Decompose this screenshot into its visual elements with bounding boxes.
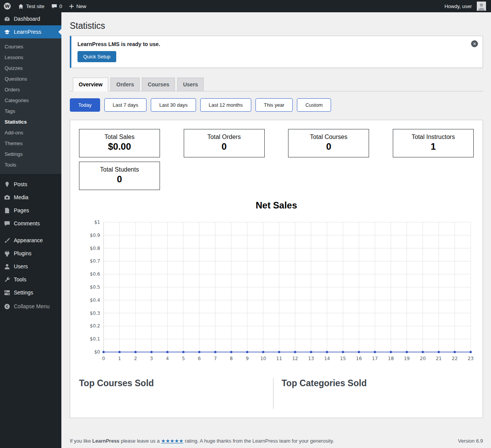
rating-stars-link[interactable]: ★★★★★ <box>161 438 183 444</box>
wp-logo-menu[interactable]: W <box>0 0 15 12</box>
sidebar-item-comments[interactable]: Comments <box>0 217 61 230</box>
footer-text: If you like <box>70 438 92 444</box>
footer-text: please leave us a <box>119 438 161 444</box>
svg-text:3: 3 <box>150 356 153 361</box>
svg-text:8: 8 <box>230 356 233 361</box>
svg-text:$0.3: $0.3 <box>90 311 100 316</box>
tab-courses[interactable]: Courses <box>142 78 175 91</box>
sidebar-item-dashboard[interactable]: Dashboard <box>0 12 61 25</box>
stat-label: Total Courses <box>292 134 366 141</box>
tab-overview[interactable]: Overview <box>73 78 108 91</box>
stat-label: Total Instructors <box>396 134 470 141</box>
submenu-item-lessons[interactable]: Lessons <box>0 52 61 63</box>
collapse-icon <box>3 303 11 310</box>
submenu-item-orders[interactable]: Orders <box>0 84 61 95</box>
sidebar-item-posts[interactable]: Posts <box>0 178 61 191</box>
sidebar-item-media[interactable]: Media <box>0 191 61 204</box>
svg-text:$0: $0 <box>94 349 100 355</box>
filter-this-year[interactable]: This year <box>255 98 293 112</box>
collapse-menu-button[interactable]: Collapse Menu <box>0 300 61 313</box>
plus-icon <box>69 4 74 9</box>
sidebar-item-plugins[interactable]: Plugins <box>0 247 61 260</box>
home-icon <box>18 3 24 9</box>
sidebar-item-appearance[interactable]: Appearance <box>0 234 61 247</box>
svg-text:$0.7: $0.7 <box>90 258 100 264</box>
filter-custom[interactable]: Custom <box>297 98 331 112</box>
submenu-item-categories[interactable]: Categories <box>0 95 61 106</box>
svg-text:2: 2 <box>134 356 137 361</box>
svg-text:0: 0 <box>102 356 105 361</box>
submenu-item-tags[interactable]: Tags <box>0 106 61 116</box>
sidebar-item-label: Appearance <box>14 237 43 243</box>
filter-last-30-days[interactable]: Last 30 days <box>151 98 196 112</box>
submenu-item-quizzes[interactable]: Quizzes <box>0 63 61 73</box>
admin-sidebar: Dashboard LearnPress Courses Lessons Qui… <box>0 12 61 448</box>
svg-text:16: 16 <box>356 356 362 361</box>
svg-text:17: 17 <box>372 356 378 361</box>
sidebar-item-label: LearnPress <box>14 29 41 35</box>
sidebar-item-tools[interactable]: Tools <box>0 273 61 286</box>
sidebar-item-label: Media <box>14 194 28 200</box>
stat-label: Total Sales <box>82 134 157 141</box>
svg-text:$0.9: $0.9 <box>90 233 100 238</box>
quick-setup-button[interactable]: Quick Setup <box>77 51 116 62</box>
svg-text:$0.8: $0.8 <box>90 246 100 251</box>
top-categories-sold: Top Categories Sold <box>274 378 474 409</box>
new-content-menu[interactable]: New <box>66 0 90 12</box>
filter-last-7-days[interactable]: Last 7 days <box>104 98 147 112</box>
svg-text:9: 9 <box>246 356 249 361</box>
stat-value: 0 <box>187 141 261 152</box>
sidebar-item-label: Posts <box>14 181 27 187</box>
svg-text:5: 5 <box>182 356 185 361</box>
footer-rating-text: If you like LearnPress please leave us a… <box>70 438 334 444</box>
submenu-item-statistics[interactable]: Statistics <box>0 116 61 127</box>
dismiss-notice-icon[interactable]: ✕ <box>471 40 478 47</box>
comments-count: 0 <box>59 3 62 9</box>
stat-card-total-courses: Total Courses 0 <box>288 129 369 157</box>
svg-text:23: 23 <box>468 356 473 361</box>
menu-separator <box>0 230 61 234</box>
howdy-text: Howdy, user <box>445 3 472 9</box>
my-account-menu[interactable]: Howdy, user <box>441 0 489 12</box>
filter-today[interactable]: Today <box>70 98 100 112</box>
admin-bar: W Test site 0 New Howdy, user <box>0 0 491 12</box>
submenu-item-themes[interactable]: Themes <box>0 138 61 149</box>
top-courses-sold: Top Courses Sold <box>79 378 273 409</box>
sidebar-item-label: Plugins <box>14 250 31 256</box>
submenu-item-addons[interactable]: Add-ons <box>0 127 61 138</box>
comments-menu[interactable]: 0 <box>48 0 66 12</box>
tab-orders[interactable]: Orders <box>110 78 140 91</box>
submenu-item-tools[interactable]: Tools <box>0 159 61 170</box>
svg-text:14: 14 <box>324 356 330 361</box>
admin-bar-right: Howdy, user <box>441 0 491 12</box>
svg-text:1: 1 <box>118 356 121 361</box>
submenu-item-questions[interactable]: Questions <box>0 73 61 84</box>
stat-card-total-instructors: Total Instructors 1 <box>393 129 474 157</box>
dashboard-icon <box>3 15 11 23</box>
sidebar-item-settings[interactable]: Settings <box>0 286 61 299</box>
setup-notice: LearnPress LMS is ready to use. Quick Se… <box>70 36 483 68</box>
statistics-tabs: Overview Orders Courses Users <box>70 78 483 91</box>
stat-value: 1 <box>396 141 470 152</box>
chart-title: Net Sales <box>79 200 474 211</box>
sidebar-item-label: Tools <box>14 276 26 283</box>
svg-text:$1: $1 <box>94 220 100 225</box>
stat-card-total-sales: Total Sales $0.00 <box>79 129 160 157</box>
sidebar-item-users[interactable]: Users <box>0 260 61 273</box>
top-lists-section: Top Courses Sold Top Categories Sold <box>79 378 474 409</box>
submenu-item-courses[interactable]: Courses <box>0 41 61 52</box>
submenu-item-settings[interactable]: Settings <box>0 149 61 159</box>
page-title: Statistics <box>70 12 483 35</box>
tab-users[interactable]: Users <box>177 78 204 91</box>
net-sales-chart: 01234567891011121314151617181920212223$0… <box>79 217 474 369</box>
users-icon <box>3 263 11 270</box>
appearance-icon <box>3 236 11 244</box>
svg-text:$0.6: $0.6 <box>90 271 100 277</box>
filter-last-12-months[interactable]: Last 12 months <box>200 98 251 112</box>
learnpress-icon <box>3 28 11 36</box>
sidebar-item-learnpress[interactable]: LearnPress <box>0 25 61 38</box>
net-sales-chart-svg: 01234567891011121314151617181920212223$0… <box>79 217 474 367</box>
site-name-menu[interactable]: Test site <box>15 0 48 12</box>
sidebar-item-pages[interactable]: Pages <box>0 204 61 217</box>
media-icon <box>3 193 11 201</box>
